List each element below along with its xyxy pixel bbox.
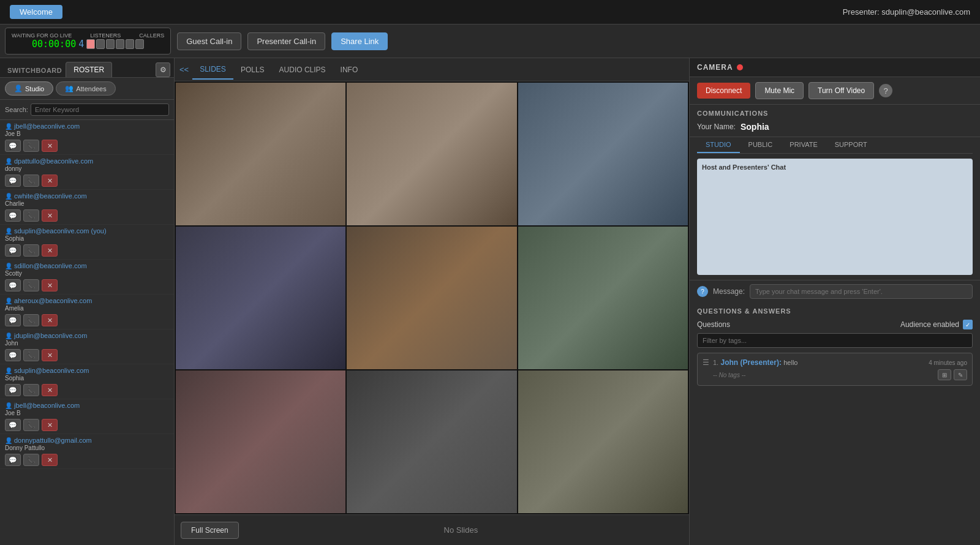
- studio-tab[interactable]: 👤 Studio: [5, 81, 53, 96]
- listeners-label: LISTENERS: [90, 32, 121, 39]
- roster-email-2: 👤 cwhite@beaconlive.com: [5, 192, 169, 200]
- user-icon-9: 👤: [5, 437, 12, 444]
- remove-btn-2[interactable]: ✕: [42, 209, 58, 222]
- chat-btn-2[interactable]: 💬: [5, 209, 21, 222]
- video-cell-1: [176, 83, 345, 225]
- video-cell-4: [176, 227, 345, 369]
- video-cell-5: [347, 227, 516, 369]
- attendees-tab[interactable]: 👥 Attendees: [56, 81, 116, 96]
- user-icon-1: 👤: [5, 158, 12, 165]
- roster-name-4: Scotty: [5, 270, 169, 277]
- chat-btn-7[interactable]: 💬: [5, 384, 21, 396]
- center-panel: << SLIDES POLLS AUDIO CLIPS INFO Full Sc…: [175, 58, 689, 545]
- remove-btn-8[interactable]: ✕: [42, 419, 58, 431]
- remove-btn-6[interactable]: ✕: [42, 349, 58, 361]
- qa-copy-button[interactable]: ⊞: [938, 369, 951, 380]
- back-button[interactable]: <<: [179, 65, 189, 74]
- roster-email-7: 👤 sduplin@beaconlive.com: [5, 367, 169, 374]
- chat-tabs: STUDIO PUBLIC PRIVATE SUPPORT: [697, 137, 973, 154]
- call-btn-7[interactable]: 📞: [23, 384, 39, 396]
- help-icon[interactable]: ?: [879, 84, 892, 97]
- roster-name-5: Amelia: [5, 305, 169, 312]
- your-name-value: Sophia: [741, 122, 769, 132]
- chat-tab-private[interactable]: PRIVATE: [781, 137, 826, 153]
- presenter-callin-button[interactable]: Presenter Call-in: [247, 32, 325, 50]
- video-cell-9: [518, 370, 688, 513]
- remove-btn-4[interactable]: ✕: [42, 279, 58, 291]
- presenter-info: Presenter: sduplin@beaconlive.com: [843, 7, 970, 17]
- user-icon-8: 👤: [5, 402, 12, 409]
- tab-polls[interactable]: POLLS: [233, 61, 272, 79]
- list-icon: ☰: [703, 358, 709, 367]
- message-label: Message:: [713, 287, 745, 296]
- message-input[interactable]: [750, 284, 973, 299]
- message-help-icon: ?: [697, 286, 708, 297]
- call-btn-4[interactable]: 📞: [23, 279, 39, 291]
- disconnect-button[interactable]: Disconnect: [697, 83, 750, 99]
- listener-count: 4: [78, 39, 84, 50]
- chat-tab-support[interactable]: SUPPORT: [826, 137, 876, 153]
- caller-box-5: [126, 39, 134, 49]
- list-item: 👤 jduplin@beaconlive.com John 💬 📞 ✕: [0, 329, 174, 364]
- filter-tags-input[interactable]: [697, 333, 973, 348]
- remove-btn-7[interactable]: ✕: [42, 384, 58, 396]
- communications-section: COMMUNICATIONS Your Name: Sophia: [690, 105, 980, 137]
- tab-info[interactable]: INFO: [333, 61, 366, 79]
- list-item: 👤 donnypattullo@gmail.com Donny Pattullo…: [0, 434, 174, 469]
- qa-edit-button[interactable]: ✎: [954, 369, 967, 380]
- attendees-icon: 👥: [65, 85, 74, 92]
- roster-name-3: Sophia: [5, 235, 169, 242]
- call-btn-8[interactable]: 📞: [23, 419, 39, 431]
- audience-enabled-checkbox[interactable]: ✓: [963, 320, 973, 329]
- roster-name-2: Charlie: [5, 200, 169, 207]
- chat-tab-studio[interactable]: STUDIO: [697, 137, 740, 153]
- qa-text: hello: [783, 359, 797, 366]
- tab-slides[interactable]: SLIDES: [192, 60, 233, 80]
- turn-off-video-button[interactable]: Turn Off Video: [809, 82, 874, 99]
- remove-btn-9[interactable]: ✕: [42, 454, 58, 466]
- callers-label: CALLERS: [139, 32, 164, 39]
- roster-actions-7: 💬 📞 ✕: [5, 384, 169, 396]
- list-item: 👤 dpattullo@beaconlive.com donny 💬 📞 ✕: [0, 155, 174, 190]
- chat-btn-8[interactable]: 💬: [5, 419, 21, 431]
- remove-btn-3[interactable]: ✕: [42, 244, 58, 257]
- call-btn-6[interactable]: 📞: [23, 349, 39, 361]
- audience-enabled-label: Audience enabled: [900, 320, 959, 329]
- settings-icon[interactable]: ⚙: [156, 62, 170, 77]
- roster-email-3: 👤 sduplin@beaconlive.com (you): [5, 227, 169, 235]
- chat-btn-1[interactable]: 💬: [5, 175, 21, 187]
- chat-tab-public[interactable]: PUBLIC: [740, 137, 782, 153]
- remove-btn-5[interactable]: ✕: [42, 314, 58, 326]
- welcome-button[interactable]: Welcome: [10, 5, 62, 19]
- call-btn-9[interactable]: 📞: [23, 454, 39, 466]
- chat-btn-5[interactable]: 💬: [5, 314, 21, 326]
- switchboard-label: SWITCHBOARD: [4, 62, 66, 77]
- roster-tab[interactable]: ROSTER: [66, 62, 112, 77]
- call-btn-5[interactable]: 📞: [23, 314, 39, 326]
- call-btn-2[interactable]: 📞: [23, 209, 39, 222]
- fullscreen-button[interactable]: Full Screen: [181, 522, 239, 539]
- call-btn-1[interactable]: 📞: [23, 175, 39, 187]
- video-cell-3: [518, 83, 688, 225]
- chat-btn-4[interactable]: 💬: [5, 279, 21, 291]
- timer-display: 00:00:00: [32, 39, 76, 50]
- remove-btn-1[interactable]: ✕: [42, 175, 58, 187]
- chat-btn-6[interactable]: 💬: [5, 349, 21, 361]
- search-input[interactable]: [31, 103, 169, 116]
- remove-btn-0[interactable]: ✕: [42, 140, 58, 152]
- guest-callin-button[interactable]: Guest Call-in: [177, 32, 241, 50]
- video-grid: [175, 81, 689, 514]
- roster-name-9: Donny Pattullo: [5, 445, 169, 451]
- video-cell-7: [176, 370, 345, 513]
- search-bar: Search:: [0, 100, 174, 120]
- share-link-button[interactable]: Share Link: [331, 32, 388, 50]
- call-btn-3[interactable]: 📞: [23, 244, 39, 257]
- video-cell-6: [518, 227, 688, 369]
- mute-mic-button[interactable]: Mute Mic: [755, 82, 804, 99]
- call-btn-0[interactable]: 📞: [23, 140, 39, 152]
- tab-audio-clips[interactable]: AUDIO CLIPS: [272, 61, 333, 79]
- chat-btn-3[interactable]: 💬: [5, 244, 21, 257]
- chat-btn-9[interactable]: 💬: [5, 454, 21, 466]
- chat-btn-0[interactable]: 💬: [5, 140, 21, 152]
- top-bar: Welcome Presenter: sduplin@beaconlive.co…: [0, 0, 980, 24]
